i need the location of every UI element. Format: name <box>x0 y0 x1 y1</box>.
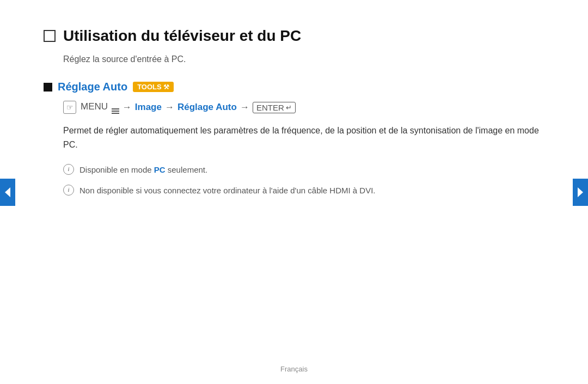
tools-badge: TOOLS ⚒ <box>133 82 174 92</box>
note-1: i Disponible en mode PC seulement. <box>63 163 544 176</box>
arrow3: → <box>240 102 249 113</box>
menu-path: ☞ MENU → Image → Réglage Auto → ENTER ↵ <box>63 101 544 114</box>
section-description: Permet de régler automatiquement les par… <box>63 124 544 151</box>
nav-prev-button[interactable] <box>0 179 15 206</box>
note-text-2: Non disponible si vous connectez votre o… <box>79 184 544 197</box>
arrow2: → <box>165 102 174 113</box>
svg-marker-0 <box>5 187 10 197</box>
page-title: Utilisation du téléviseur et du PC <box>63 27 301 45</box>
pc-label: PC <box>154 165 166 174</box>
black-square-icon <box>44 83 52 92</box>
section-heading: Réglage Auto TOOLS ⚒ <box>44 81 544 93</box>
enter-arrow-icon: ↵ <box>286 103 292 112</box>
note-icon-1: i <box>63 164 74 175</box>
menu-hand-icon: ☞ <box>63 101 76 114</box>
right-arrow-icon <box>577 186 584 198</box>
nav-next-button[interactable] <box>573 179 588 206</box>
page-container: Utilisation du téléviseur et du PC Régle… <box>0 0 588 384</box>
image-word: Image <box>135 102 162 113</box>
tools-text: TOOLS <box>137 83 162 91</box>
checkbox-icon <box>44 30 56 42</box>
main-title-row: Utilisation du téléviseur et du PC <box>44 27 544 45</box>
note-icon-2: i <box>63 185 74 196</box>
note-text-1: Disponible en mode PC seulement. <box>79 163 544 176</box>
enter-badge: ENTER ↵ <box>253 102 296 113</box>
reglage-auto-label: Réglage Auto <box>58 81 127 93</box>
arrow1: → <box>122 102 132 113</box>
enter-word: ENTER <box>256 103 284 112</box>
reglage-word: Réglage Auto <box>177 102 237 113</box>
note-2: i Non disponible si vous connectez votre… <box>63 184 544 197</box>
footer-language: Français <box>280 365 308 373</box>
left-arrow-icon <box>4 186 11 198</box>
menu-word: MENU <box>81 101 119 114</box>
svg-marker-1 <box>578 187 583 197</box>
tools-symbol: ⚒ <box>163 83 169 91</box>
page-subtitle: Réglez la source d'entrée à PC. <box>63 54 544 64</box>
